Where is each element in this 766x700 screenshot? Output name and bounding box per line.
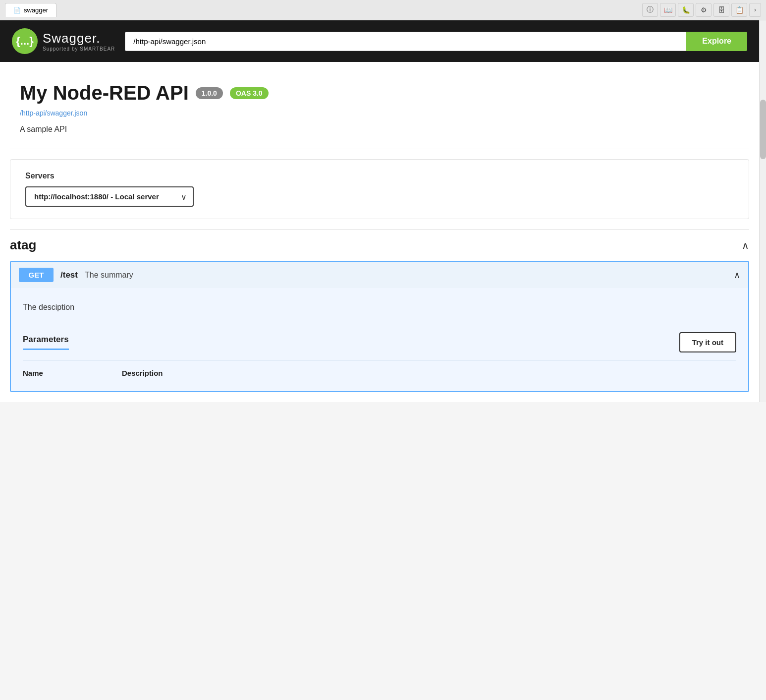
servers-section: Servers http://localhost:1880/ - Local s… — [10, 159, 749, 219]
tag-header[interactable]: atag ∧ — [10, 230, 749, 261]
tag-section: atag ∧ GET /test The summary ∧ The desci… — [10, 230, 749, 392]
try-it-out-button[interactable]: Try it out — [679, 332, 736, 352]
endpoint-collapse-icon: ∧ — [734, 270, 740, 281]
database-icon: 🗄 — [718, 6, 725, 14]
scrollbar-thumb[interactable] — [760, 100, 766, 159]
swagger-header: {...} Swagger. Supported by SMARTBEAR Ex… — [0, 20, 759, 62]
database-btn[interactable]: 🗄 — [713, 3, 729, 17]
settings-icon: ⚙ — [701, 6, 707, 14]
content-area: {...} Swagger. Supported by SMARTBEAR Ex… — [0, 20, 759, 402]
tag-name: atag — [10, 237, 36, 253]
debug-icon: 🐛 — [682, 6, 690, 14]
parameters-section: Parameters Try it out Name Description — [23, 332, 736, 381]
swagger-title: Swagger. — [43, 31, 115, 46]
endpoint-block: GET /test The summary ∧ The desciption P… — [10, 261, 749, 392]
endpoint-header[interactable]: GET /test The summary ∧ — [11, 262, 748, 288]
main-wrapper: {...} Swagger. Supported by SMARTBEAR Ex… — [0, 20, 766, 402]
endpoint-path: /test — [60, 270, 78, 280]
oas-badge: OAS 3.0 — [230, 87, 269, 99]
tab-label: swagger — [24, 6, 48, 14]
parameters-header-row: Parameters Try it out — [23, 332, 736, 352]
params-col-name: Name — [23, 369, 102, 377]
api-url-link[interactable]: /http-api/swagger.json — [20, 109, 739, 117]
api-title-row: My Node-RED API 1.0.0 OAS 3.0 — [20, 82, 739, 104]
api-description: A sample API — [20, 125, 739, 134]
params-table-header: Name Description — [23, 360, 736, 381]
section-divider-top — [10, 149, 749, 149]
swagger-url-input[interactable] — [125, 32, 686, 51]
swagger-subtitle: Supported by SMARTBEAR — [43, 46, 115, 52]
more-btn[interactable]: › — [749, 3, 761, 17]
swagger-logo-text: Swagger. Supported by SMARTBEAR — [43, 31, 115, 52]
params-col-description: Description — [122, 369, 163, 377]
method-badge: GET — [19, 268, 54, 282]
api-info: My Node-RED API 1.0.0 OAS 3.0 /http-api/… — [0, 62, 759, 149]
info-icon: ⓘ — [647, 5, 654, 14]
active-tab[interactable]: 📄 swagger — [5, 3, 56, 17]
endpoint-body: The desciption Parameters Try it out Nam… — [11, 288, 748, 391]
debug-btn[interactable]: 🐛 — [678, 3, 694, 17]
swagger-url-bar: Explore — [125, 32, 747, 51]
reader-icon: 📖 — [664, 6, 672, 14]
tab-icon: 📄 — [13, 7, 21, 14]
api-main-title: My Node-RED API — [20, 82, 189, 104]
toolbar-icons: ⓘ 📖 🐛 ⚙ 🗄 📋 › — [642, 3, 761, 17]
clipboard-icon: 📋 — [735, 6, 744, 14]
servers-select-wrapper: http://localhost:1880/ - Local server — [25, 186, 194, 207]
info-btn[interactable]: ⓘ — [642, 3, 658, 17]
servers-label: Servers — [25, 172, 734, 180]
explore-button[interactable]: Explore — [686, 32, 747, 51]
scrollbar[interactable] — [759, 20, 766, 402]
swagger-logo: {...} Swagger. Supported by SMARTBEAR — [12, 28, 115, 54]
clipboard-btn[interactable]: 📋 — [731, 3, 747, 17]
parameters-title: Parameters — [23, 335, 69, 350]
tag-collapse-icon: ∧ — [742, 239, 749, 251]
servers-select[interactable]: http://localhost:1880/ - Local server — [25, 186, 194, 207]
settings-btn[interactable]: ⚙ — [696, 3, 711, 17]
swagger-logo-circle: {...} — [12, 28, 38, 54]
chevron-right-icon: › — [754, 6, 756, 13]
version-badge: 1.0.0 — [196, 87, 223, 99]
browser-chrome: 📄 swagger ⓘ 📖 🐛 ⚙ 🗄 📋 › — [0, 0, 766, 20]
tab-bar: 📄 swagger — [5, 3, 56, 17]
swagger-logo-symbol: {...} — [16, 35, 33, 48]
endpoint-description: The desciption — [23, 298, 736, 322]
endpoint-summary: The summary — [85, 271, 133, 280]
reader-btn[interactable]: 📖 — [660, 3, 676, 17]
